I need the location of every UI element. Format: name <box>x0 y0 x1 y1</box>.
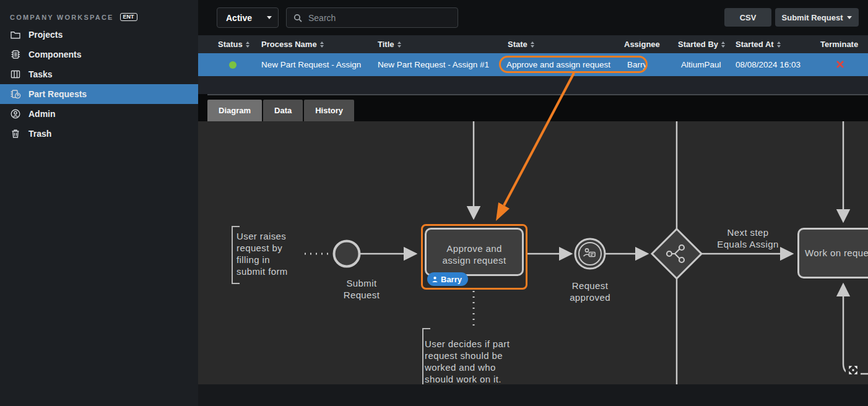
csv-button[interactable]: CSV <box>724 8 771 27</box>
annotation-text-top: User raises request by filling in submit… <box>237 230 301 277</box>
tasks-board-icon <box>10 69 21 80</box>
sidebar-item-label: Admin <box>28 109 56 119</box>
assignee-badge[interactable]: Barry <box>427 272 468 286</box>
gateway-diamond[interactable] <box>652 229 701 279</box>
column-header-status[interactable]: Status <box>218 35 250 53</box>
task-work-label: Work on reque <box>805 247 868 259</box>
sidebar-item-trash[interactable]: Trash <box>0 124 198 144</box>
chevron-down-icon <box>267 16 272 19</box>
sidebar-item-projects[interactable]: Projects <box>0 25 198 45</box>
person-icon <box>432 276 438 283</box>
column-header-terminate: Terminate <box>820 35 858 53</box>
table-header: Status Process Name Title State Assignee… <box>198 35 868 53</box>
event-approved-label: Request approved <box>559 280 621 303</box>
cell-process-name: New Part Request - Assign <box>261 53 361 76</box>
gateway-condition-label: Next step Equals Assign <box>713 227 783 250</box>
status-filter-select[interactable]: Active <box>217 7 279 28</box>
assignee-badge-label: Barry <box>441 275 462 284</box>
sidebar-item-label: Tasks <box>28 69 53 79</box>
workspace-name: COMPANY WORKSPACE <box>10 14 114 21</box>
column-header-process-name[interactable]: Process Name <box>261 35 324 53</box>
start-event-submit-request[interactable] <box>334 241 360 267</box>
flow-return-into-work <box>843 285 868 374</box>
sidebar-item-label: Projects <box>28 30 63 40</box>
sidebar-item-components[interactable]: Components <box>0 45 198 64</box>
sidebar-item-tasks[interactable]: Tasks <box>0 64 198 84</box>
search-icon <box>293 13 303 23</box>
sort-icon <box>777 41 781 48</box>
task-approve-label: Approve and assign request <box>432 243 516 266</box>
status-filter-value: Active <box>226 13 267 23</box>
sort-icon <box>397 41 401 48</box>
tab-history[interactable]: History <box>304 100 354 121</box>
sidebar-item-admin[interactable]: Admin <box>0 104 198 124</box>
start-event-label: Submit Request <box>331 277 393 301</box>
chevron-down-icon <box>847 16 852 19</box>
sidebar: COMPANY WORKSPACE ENT Projects Component… <box>0 0 198 406</box>
submit-request-button[interactable]: Submit Request <box>775 8 859 27</box>
column-header-started-by[interactable]: Started By <box>678 35 725 53</box>
section-divider <box>207 94 868 95</box>
app-root: COMPANY WORKSPACE ENT Projects Component… <box>0 0 868 406</box>
tab-diagram[interactable]: Diagram <box>207 100 262 121</box>
csv-button-label: CSV <box>740 13 757 22</box>
column-header-title[interactable]: Title <box>378 35 401 53</box>
search-box <box>286 7 458 28</box>
trash-icon <box>10 128 21 139</box>
folder-icon <box>10 29 21 40</box>
workspace-tier-badge: ENT <box>120 13 137 21</box>
tab-strip: Diagram Data History <box>198 94 868 121</box>
tab-data[interactable]: Data <box>263 100 303 121</box>
workspace-header: COMPANY WORKSPACE ENT <box>0 0 198 25</box>
sidebar-nav: Projects Components Tasks Part Requests <box>0 25 198 144</box>
sidebar-item-part-requests[interactable]: Part Requests <box>0 84 198 104</box>
cell-assignee: Barry <box>627 53 647 76</box>
topbar: Active CSV Submit Request <box>198 0 868 35</box>
cell-started-at: 08/08/2024 16:03 <box>736 53 801 76</box>
expand-arrows-icon <box>848 365 859 376</box>
annotation-text-bottom: User decides if part request should be w… <box>425 338 526 384</box>
component-chip-icon <box>10 49 21 60</box>
table-row[interactable]: New Part Request - Assign New Part Reque… <box>198 53 868 76</box>
search-input[interactable] <box>308 13 451 23</box>
sort-icon <box>531 41 534 48</box>
column-header-started-at[interactable]: Started At <box>736 35 781 53</box>
sidebar-item-label: Part Requests <box>28 89 87 99</box>
main-panel: Active CSV Submit Request Status Process… <box>198 0 868 406</box>
bottom-strip <box>198 384 868 406</box>
column-header-state[interactable]: State <box>508 35 534 53</box>
part-request-icon <box>10 89 21 100</box>
cell-title: New Part Request - Assign #1 <box>378 53 489 76</box>
sort-icon <box>721 41 725 48</box>
sort-icon <box>320 41 324 48</box>
process-diagram-canvas[interactable]: User raises request by filling in submit… <box>198 121 868 384</box>
submit-request-label: Submit Request <box>782 13 843 22</box>
sidebar-item-label: Components <box>28 50 82 59</box>
sidebar-item-label: Trash <box>28 129 51 139</box>
column-header-assignee[interactable]: Assignee <box>624 35 660 53</box>
expand-diagram-button[interactable] <box>846 363 861 378</box>
cell-state: Approve and assign request <box>506 53 610 76</box>
cell-started-by: AltiumPaul <box>681 53 721 76</box>
terminate-x-icon[interactable] <box>836 60 844 69</box>
table-footer-gap <box>198 76 868 94</box>
status-dot-icon <box>229 61 237 69</box>
admin-person-icon <box>10 108 21 119</box>
sort-icon <box>246 41 250 48</box>
